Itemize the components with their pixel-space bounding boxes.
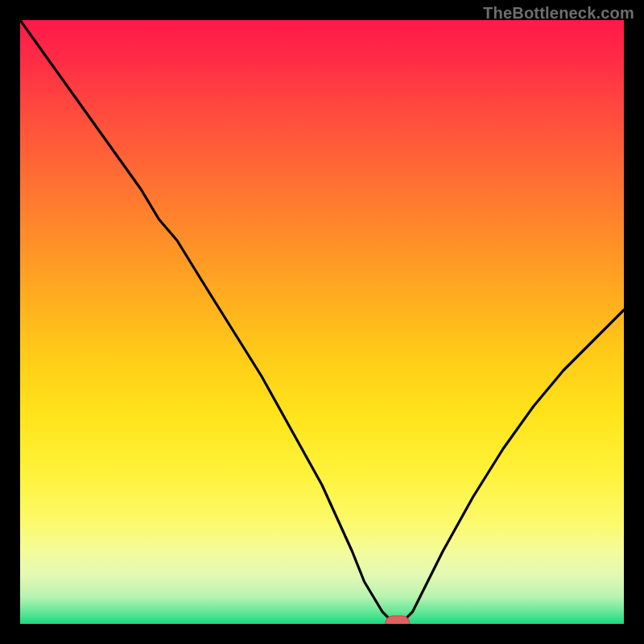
chart-container: TheBottleneck.com bbox=[0, 0, 644, 644]
gradient-background bbox=[20, 20, 624, 624]
bottleneck-chart bbox=[20, 20, 624, 624]
optimal-marker bbox=[386, 616, 410, 624]
watermark-text: TheBottleneck.com bbox=[483, 4, 634, 23]
